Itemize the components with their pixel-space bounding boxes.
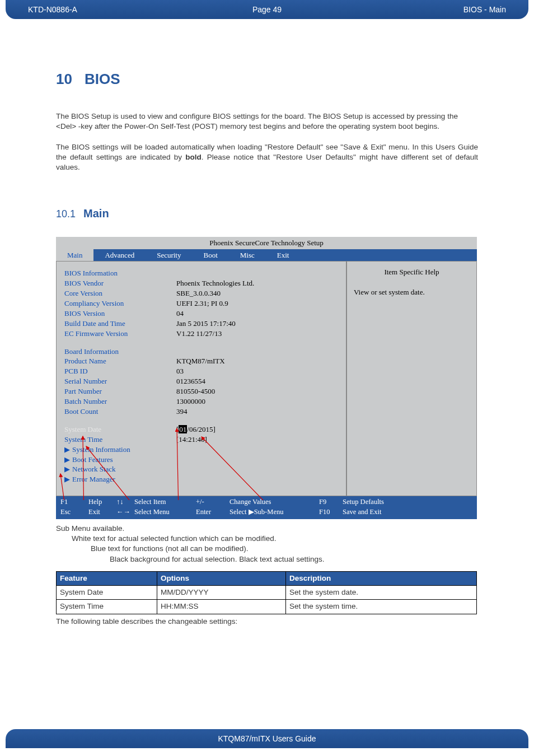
bios-submenu-error-manager[interactable]: ▶Error Manager [64,474,338,484]
th-feature: Feature [57,571,157,585]
triangle-right-icon: ▶ [64,465,70,473]
th-description: Description [286,571,477,585]
table-row: System Date MM/DD/YYYY Set the system da… [57,586,477,600]
intro-paragraph-1: The BIOS Setup is used to view and confi… [56,111,478,132]
bios-row: Serial Number01236554 [64,376,338,386]
heading-number: 10 [56,69,72,89]
heading-title: BIOS [85,69,120,89]
bios-row: EC Firmware VersionV1.22 11/27/13 [64,329,338,339]
note-after-table: The following table describes the change… [56,617,478,627]
bios-tabs: Main Advanced Security Boot Misc Exit [56,249,477,262]
bios-date-selected-field[interactable]: 01 [179,425,187,433]
bios-section-bios-info: BIOS Information [64,268,338,278]
legend-line: Blue text for functions (not all can be … [91,544,478,554]
section-heading: 10 BIOS [56,69,478,89]
bios-row: Product NameKTQM87/mITX [64,356,338,366]
intro-paragraph-2: The BIOS settings will be loaded automat… [56,142,478,173]
subsection-heading: 10.1 Main [56,206,478,221]
bios-tab-advanced[interactable]: Advanced [93,249,146,262]
bios-submenu-boot-features[interactable]: ▶Boot Features [64,455,338,465]
bios-tab-boot[interactable]: Boot [192,249,228,262]
header-left: KTD-N0886-A [28,5,188,14]
legend-line: Black background for actual selection. B… [110,554,478,564]
bios-screenshot: Phoenix SecureCore Technology Setup Main… [56,237,477,519]
bios-tab-misc[interactable]: Misc [229,249,266,262]
bios-row: Build Date and TimeJan 5 2015 17:17:40 [64,319,338,329]
bios-help-text: View or set system date. [354,287,470,297]
page-content: 10 BIOS The BIOS Setup is used to view a… [0,19,534,627]
footer-title: KTQM87/mITX Users Guide [218,734,316,743]
header-right: BIOS - Main [346,5,506,14]
header-page: Page 49 [188,5,347,14]
bios-row: Boot Count394 [64,407,338,417]
bios-help-title: Item Specific Help [354,267,470,277]
legend-line: Sub Menu available. [56,524,478,534]
bios-tab-exit[interactable]: Exit [266,249,301,262]
bios-row: Compliancy VersionUEFI 2.31; PI 0.9 [64,298,338,309]
bios-tab-main[interactable]: Main [56,249,93,262]
triangle-right-icon: ▶ [64,445,70,454]
doc-footer: KTQM87/mITX Users Guide [6,729,528,748]
triangle-right-icon: ▶ [64,455,70,464]
subheading-number: 10.1 [56,207,76,221]
bios-row: BIOS Version04 [64,309,338,319]
doc-header: KTD-N0886-A Page 49 BIOS - Main [6,0,528,19]
th-options: Options [157,571,286,585]
bios-row: BIOS VendorPhoenix Technologies Ltd. [64,278,338,288]
bios-tab-security[interactable]: Security [146,249,192,262]
bios-submenu-network-stack[interactable]: ▶Network Stack [64,464,338,474]
bios-system-time[interactable]: System Time [14:21:40] [64,435,338,445]
bios-submenu-system-information[interactable]: ▶System Information [64,445,338,455]
bios-help-pane: Item Specific Help View or set system da… [346,262,476,496]
bios-window-title: Phoenix SecureCore Technology Setup [56,237,477,249]
bios-section-board-info: Board Information [64,347,338,357]
bios-system-date[interactable]: System Date [01/06/2015] [64,424,338,435]
bios-row: Core VersionSBE_3.0.0.340 [64,288,338,298]
legend-line: White text for actual selected function … [72,534,478,544]
table-row: System Time HH:MM:SS Set the system time… [57,600,477,614]
bios-body: BIOS Information BIOS VendorPhoenix Tech… [56,261,477,496]
annotation-legend: Sub Menu available. White text for actua… [56,524,478,564]
triangle-right-icon: ▶ [64,475,70,483]
bios-main-pane: BIOS Information BIOS VendorPhoenix Tech… [57,262,346,496]
bios-footer-keys: F1 Help ↑↓ Select Item +/- Change Values… [56,496,477,519]
options-table: Feature Options Description System Date … [56,571,477,614]
bios-row: Part Number810550-4500 [64,386,338,396]
bios-row: Batch Number13000000 [64,396,338,407]
subheading-title: Main [83,206,109,221]
bios-row: PCB ID03 [64,366,338,376]
